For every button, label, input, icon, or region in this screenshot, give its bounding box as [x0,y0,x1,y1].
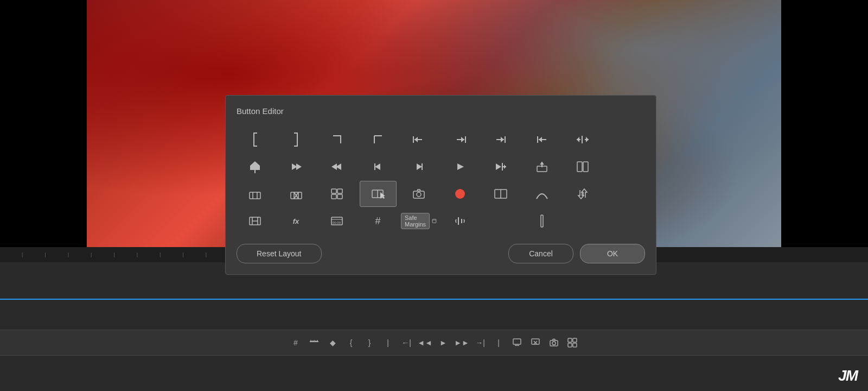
timecode-icon[interactable]: 00:00 [318,208,355,234]
safe-margins-label[interactable]: Safe Margins [401,213,430,229]
lift-clip-icon[interactable] [237,181,273,207]
next-edit-icon[interactable] [482,127,519,153]
fx-toggle-icon[interactable]: fx [278,208,315,234]
empty-row3 [605,181,642,207]
empty-row4a [482,208,519,234]
record-button-icon[interactable] [442,181,478,207]
expand-to-frame-icon[interactable] [564,127,601,153]
svg-marker-39 [331,163,337,170]
svg-marker-51 [540,162,544,165]
dialog-title: Button Editor [237,106,645,116]
svg-marker-32 [586,137,589,142]
icon-grid: fx 00:00 # Safe Margins [237,127,645,234]
export-frame-icon[interactable] [524,154,560,180]
svg-rect-62 [331,189,336,193]
svg-marker-45 [496,163,501,170]
svg-marker-44 [457,163,464,170]
svg-marker-21 [461,137,464,142]
svg-rect-63 [337,189,342,193]
svg-text:00:00: 00:00 [333,221,341,224]
svg-marker-30 [577,137,579,142]
go-to-in-icon[interactable] [400,127,437,153]
svg-rect-65 [337,194,342,199]
svg-rect-52 [577,162,582,172]
reset-layout-button[interactable]: Reset Layout [237,244,322,263]
svg-marker-42 [417,163,422,170]
trim-mode-icon[interactable] [360,181,397,207]
cancel-button[interactable]: Cancel [508,244,573,263]
toolbox-settings-icon[interactable] [237,208,273,234]
arc-tool-icon[interactable] [524,181,560,207]
svg-marker-24 [501,137,504,142]
svg-rect-79 [432,219,436,223]
dialog-footer: Reset Layout Cancel OK [237,244,645,263]
multicam-icon[interactable] [318,181,355,207]
safe-margins-combo-icon[interactable]: Safe Margins [400,208,437,234]
prev-edit-icon[interactable] [524,127,560,153]
extract-clip-icon[interactable] [278,181,315,207]
svg-marker-18 [414,137,418,142]
top-right-corner-icon[interactable] [318,127,355,153]
empty-row2 [605,154,642,180]
empty-row4c [605,208,642,234]
svg-rect-64 [331,194,336,199]
svg-rect-53 [583,162,588,172]
step-back-frame-icon[interactable] [360,154,397,180]
vertical-bar-icon[interactable] [524,208,560,234]
svg-marker-37 [296,163,302,170]
swap-channels-icon[interactable] [564,181,601,207]
svg-marker-40 [375,163,380,170]
button-editor-dialog: Button Editor [225,95,656,275]
split-screen-icon[interactable] [482,181,519,207]
go-to-out-icon[interactable] [442,127,478,153]
svg-marker-48 [504,165,506,169]
svg-rect-81 [541,215,543,227]
top-left-corner-icon[interactable] [360,127,397,153]
svg-marker-27 [539,137,542,142]
shuttle-fwd-icon[interactable] [278,154,315,180]
step-fwd-frame-icon[interactable] [400,154,437,180]
fit-clip-icon[interactable] [564,154,601,180]
play-to-out-point-icon[interactable] [482,154,519,180]
add-marker-icon[interactable] [237,154,273,180]
camera-snapshot-icon[interactable] [400,181,437,207]
left-bracket-icon[interactable] [237,127,273,153]
svg-marker-34 [250,161,260,170]
empty-row1 [605,127,642,153]
grid-toggle-icon[interactable]: # [360,208,397,234]
audio-track-icon[interactable] [442,208,478,234]
empty-row4b [564,208,601,234]
play-stop-icon[interactable] [442,154,478,180]
dialog-overlay: Button Editor [0,0,868,391]
ok-button[interactable]: OK [580,244,645,263]
svg-rect-54 [250,192,260,199]
svg-point-69 [417,192,421,197]
shuttle-rev-icon[interactable] [318,154,355,180]
right-bracket-icon[interactable] [278,127,315,153]
